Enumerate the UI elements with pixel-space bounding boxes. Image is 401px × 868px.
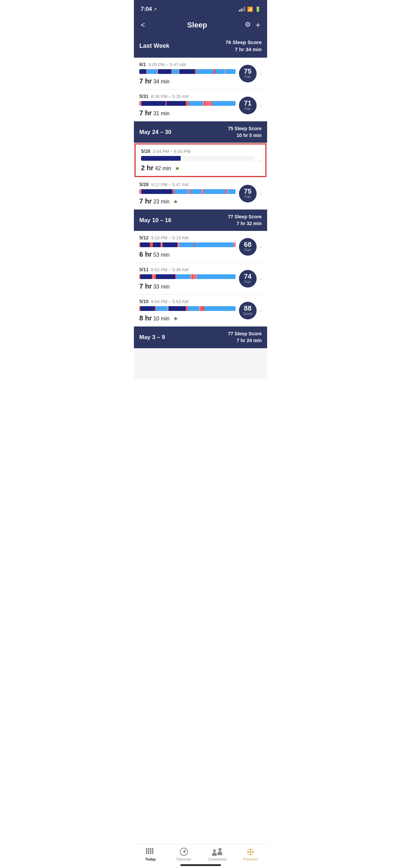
score-number-5-11: 74 <box>244 273 252 280</box>
entry-duration-5-28-night: 7 hr 23 min ★ <box>139 197 236 205</box>
entry-meta-5-28-night: 5/28 9:12 PM – 5:47 AM <box>139 182 236 187</box>
entry-main-5-10: 5/10 8:54 PM – 5:53 AM <box>139 299 236 322</box>
score-label-6-1: Fair <box>244 75 251 79</box>
chevron-icon-5-10: › <box>260 308 262 314</box>
signal-bars <box>239 7 245 12</box>
star-icon-5-10: ★ <box>173 316 178 321</box>
score-label-5-12: Fair <box>244 248 251 252</box>
sleep-bar-5-12 <box>139 242 236 249</box>
week3-score: 77 Sleep Score <box>228 214 262 220</box>
add-icon[interactable]: + <box>256 20 260 30</box>
sleep-bar-5-28-night <box>139 189 236 195</box>
chevron-icon-5-28-night: › <box>260 191 262 197</box>
week3-duration: 7 hr 32 min <box>228 220 262 227</box>
sleep-entry-5-28-nap[interactable]: 5/28 3:54 PM – 6:43 PM 2 hr 42 min ★ › <box>135 143 266 177</box>
entry-duration-5-31: 7 hr 31 min <box>139 109 236 117</box>
week2-label: May 24 – 30 <box>139 129 172 136</box>
chevron-icon-5-11: › <box>260 276 262 282</box>
entry-meta-5-10: 5/10 8:54 PM – 5:53 AM <box>139 299 236 304</box>
sleep-bar-5-31 <box>139 101 236 107</box>
entry-meta-6-1: 6/1 9:05 PM – 5:47 AM <box>139 62 236 67</box>
sleep-entry-5-28-night[interactable]: 5/28 9:12 PM – 5:47 AM <box>134 178 267 210</box>
week4-header: May 3 – 9 77 Sleep Score 7 hr 24 min <box>134 327 267 348</box>
entry-main-5-28-nap: 5/28 3:54 PM – 6:43 PM 2 hr 42 min ★ <box>141 149 255 172</box>
header-actions: ⚙ + <box>240 20 260 30</box>
sleep-score-badge-5-12: 68 Fair <box>239 238 257 256</box>
settings-icon[interactable]: ⚙ <box>245 20 251 30</box>
entry-meta-5-28-nap: 5/28 3:54 PM – 6:43 PM <box>141 149 255 154</box>
week2-header: May 24 – 30 75 Sleep Score 10 hr 5 min <box>134 121 267 143</box>
entry-main-5-31: 5/31 8:36 PM – 5:35 AM <box>139 94 236 117</box>
week4-stats: 77 Sleep Score 7 hr 24 min <box>228 331 262 344</box>
entry-main-5-28-night: 5/28 9:12 PM – 5:47 AM <box>139 182 236 205</box>
signal-bar-4 <box>244 7 245 12</box>
week2-score: 75 Sleep Score <box>228 125 262 132</box>
last-week-score: 76 Sleep Score <box>225 39 262 46</box>
sleep-entry-6-1[interactable]: 6/1 9:05 PM – 5:47 AM <box>134 58 267 90</box>
entry-duration-6-1: 7 hr 34 min <box>139 77 236 85</box>
entry-main-5-12: 5/12 9:19 PM – 5:19 AM <box>139 235 236 258</box>
week3-header: May 10 – 16 77 Sleep Score 7 hr 32 min <box>134 210 267 231</box>
chevron-icon-5-31: › <box>260 102 262 108</box>
score-number-5-28-night: 75 <box>244 188 252 195</box>
score-number-5-31: 71 <box>244 100 252 106</box>
sleep-bar-5-10 <box>139 306 236 312</box>
entry-main-5-11: 5/11 8:52 PM – 5:38 AM <box>139 267 236 290</box>
sleep-bar-5-28-nap <box>141 156 255 162</box>
score-number-5-10: 88 <box>244 305 252 312</box>
week3-label: May 10 – 16 <box>139 217 172 224</box>
entry-duration-5-10: 8 hr 10 min ★ <box>139 314 236 322</box>
last-week-duration: 7 hr 34 min <box>225 46 262 53</box>
week2-stats: 75 Sleep Score 10 hr 5 min <box>228 125 262 139</box>
sleep-score-badge-6-1: 75 Fair <box>239 65 257 82</box>
week4-duration: 7 hr 24 min <box>228 337 262 344</box>
score-number-5-12: 68 <box>244 241 252 248</box>
back-button[interactable]: < <box>141 21 154 29</box>
week3-stats: 77 Sleep Score 7 hr 32 min <box>228 214 262 227</box>
signal-bar-3 <box>242 8 243 12</box>
score-label-5-11: Fair <box>244 280 251 284</box>
entry-meta-5-31: 5/31 8:36 PM – 5:35 AM <box>139 94 236 99</box>
location-icon: ↗ <box>153 7 157 12</box>
entry-duration-5-11: 7 hr 33 min <box>139 282 236 290</box>
page-title: Sleep <box>154 21 240 29</box>
week2-duration: 10 hr 5 min <box>228 132 262 139</box>
last-week-stats: 76 Sleep Score 7 hr 34 min <box>225 39 262 53</box>
week4-score: 77 Sleep Score <box>228 331 262 337</box>
sleep-score-badge-5-31: 71 Fair <box>239 97 257 114</box>
last-week-summary: Last Week 76 Sleep Score 7 hr 34 min <box>134 36 267 58</box>
score-label-5-31: Fair <box>244 106 251 111</box>
score-number-6-1: 75 <box>244 68 252 75</box>
star-icon-5-28-nap: ★ <box>175 165 180 171</box>
sleep-entry-5-11[interactable]: 5/11 8:52 PM – 5:38 AM <box>134 263 267 295</box>
sleep-entry-5-31[interactable]: 5/31 8:36 PM – 5:35 AM <box>134 90 267 121</box>
entry-meta-5-11: 5/11 8:52 PM – 5:38 AM <box>139 267 236 272</box>
entry-main-6-1: 6/1 9:05 PM – 5:47 AM <box>139 62 236 85</box>
entry-duration-5-12: 6 hr 53 min <box>139 251 236 258</box>
last-week-label: Last Week <box>139 42 169 50</box>
score-label-5-28-night: Fair <box>244 195 251 199</box>
signal-bar-1 <box>239 10 240 12</box>
sleep-score-badge-5-11: 74 Fair <box>239 270 257 288</box>
chevron-icon-5-28-nap: › <box>258 157 260 163</box>
sleep-score-badge-5-10: 88 Good <box>239 302 257 319</box>
week4-label: May 3 – 9 <box>139 334 165 341</box>
battery-icon: 🔋 <box>255 6 260 12</box>
sleep-entry-5-10[interactable]: 5/10 8:54 PM – 5:53 AM <box>134 295 267 327</box>
entry-duration-5-28-nap: 2 hr 42 min ★ <box>141 164 255 172</box>
sleep-bar-5-11 <box>139 274 236 280</box>
chevron-icon-6-1: › <box>260 71 262 77</box>
content-area: 6/1 9:05 PM – 5:47 AM <box>134 58 267 379</box>
page-header: < Sleep ⚙ + <box>134 17 267 36</box>
wifi-icon: 📶 <box>247 6 253 12</box>
star-icon-5-28-night: ★ <box>173 199 178 204</box>
status-bar: 7:04 ↗ 📶 🔋 <box>134 0 267 17</box>
score-label-5-10: Good <box>243 312 252 316</box>
chevron-icon-5-12: › <box>260 244 262 250</box>
sleep-bar-6-1 <box>139 69 236 75</box>
status-icons: 📶 🔋 <box>239 6 260 12</box>
sleep-entry-5-12[interactable]: 5/12 9:19 PM – 5:19 AM <box>134 231 267 263</box>
sleep-score-badge-5-28-night: 75 Fair <box>239 185 257 202</box>
status-time: 7:04 <box>141 6 152 13</box>
entry-meta-5-12: 5/12 9:19 PM – 5:19 AM <box>139 235 236 240</box>
